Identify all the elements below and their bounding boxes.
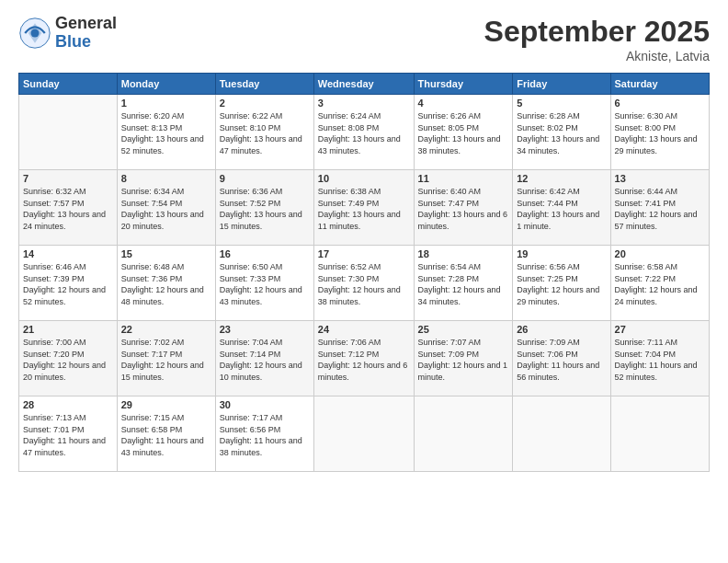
- day-number: 10: [318, 173, 410, 184]
- weekday-header: Sunday: [19, 74, 118, 95]
- month-title: September 2025: [484, 15, 710, 49]
- logo-text: General Blue: [55, 15, 117, 52]
- calendar-week-row: 14Sunrise: 6:46 AM Sunset: 7:39 PM Dayli…: [19, 246, 710, 321]
- day-number: 28: [23, 399, 113, 410]
- day-number: 6: [615, 98, 705, 109]
- calendar-cell: 1Sunrise: 6:20 AM Sunset: 8:13 PM Daylig…: [117, 95, 215, 170]
- day-number: 19: [517, 248, 606, 259]
- day-number: 22: [121, 324, 211, 335]
- day-info: Sunrise: 6:36 AM Sunset: 7:52 PM Dayligh…: [220, 186, 310, 232]
- calendar-cell: 30Sunrise: 7:17 AM Sunset: 6:56 PM Dayli…: [215, 396, 313, 472]
- day-number: 20: [615, 248, 705, 259]
- calendar-cell: 4Sunrise: 6:26 AM Sunset: 8:05 PM Daylig…: [414, 95, 513, 170]
- title-area: September 2025 Akniste, Latvia: [484, 15, 710, 63]
- calendar-cell: 18Sunrise: 6:54 AM Sunset: 7:28 PM Dayli…: [414, 246, 513, 321]
- calendar-cell: 23Sunrise: 7:04 AM Sunset: 7:14 PM Dayli…: [215, 321, 313, 396]
- calendar-cell: 11Sunrise: 6:40 AM Sunset: 7:47 PM Dayli…: [414, 170, 513, 246]
- day-number: 14: [23, 248, 113, 259]
- calendar-cell: 9Sunrise: 6:36 AM Sunset: 7:52 PM Daylig…: [215, 170, 313, 246]
- weekday-header: Thursday: [414, 74, 513, 95]
- day-info: Sunrise: 6:26 AM Sunset: 8:05 PM Dayligh…: [418, 110, 509, 156]
- day-number: 30: [220, 399, 310, 410]
- calendar-cell: 20Sunrise: 6:58 AM Sunset: 7:22 PM Dayli…: [610, 246, 709, 321]
- day-number: 21: [23, 324, 113, 335]
- day-info: Sunrise: 6:42 AM Sunset: 7:44 PM Dayligh…: [517, 186, 606, 232]
- calendar-cell: 13Sunrise: 6:44 AM Sunset: 7:41 PM Dayli…: [610, 170, 709, 246]
- day-number: 23: [220, 324, 310, 335]
- day-number: 13: [615, 173, 705, 184]
- day-number: 24: [318, 324, 410, 335]
- calendar-cell: 2Sunrise: 6:22 AM Sunset: 8:10 PM Daylig…: [215, 95, 313, 170]
- day-info: Sunrise: 7:04 AM Sunset: 7:14 PM Dayligh…: [220, 337, 310, 383]
- calendar-cell: 8Sunrise: 6:34 AM Sunset: 7:54 PM Daylig…: [117, 170, 215, 246]
- calendar: SundayMondayTuesdayWednesdayThursdayFrid…: [18, 73, 710, 472]
- calendar-cell: 7Sunrise: 6:32 AM Sunset: 7:57 PM Daylig…: [19, 170, 118, 246]
- weekday-header: Saturday: [610, 74, 709, 95]
- weekday-header: Monday: [117, 74, 215, 95]
- day-number: 11: [418, 173, 509, 184]
- calendar-week-row: 1Sunrise: 6:20 AM Sunset: 8:13 PM Daylig…: [19, 95, 710, 170]
- weekday-header: Tuesday: [215, 74, 313, 95]
- day-number: 2: [220, 98, 310, 109]
- calendar-cell: 16Sunrise: 6:50 AM Sunset: 7:33 PM Dayli…: [215, 246, 313, 321]
- day-number: 25: [418, 324, 509, 335]
- day-info: Sunrise: 6:38 AM Sunset: 7:49 PM Dayligh…: [318, 186, 410, 232]
- day-info: Sunrise: 6:24 AM Sunset: 8:08 PM Dayligh…: [318, 110, 410, 156]
- location: Akniste, Latvia: [484, 49, 710, 63]
- calendar-cell: [313, 396, 414, 472]
- calendar-week-row: 28Sunrise: 7:13 AM Sunset: 7:01 PM Dayli…: [19, 396, 710, 472]
- day-info: Sunrise: 7:06 AM Sunset: 7:12 PM Dayligh…: [318, 337, 410, 383]
- calendar-cell: 19Sunrise: 6:56 AM Sunset: 7:25 PM Dayli…: [513, 246, 610, 321]
- day-info: Sunrise: 6:34 AM Sunset: 7:54 PM Dayligh…: [121, 186, 211, 232]
- day-info: Sunrise: 6:56 AM Sunset: 7:25 PM Dayligh…: [517, 261, 606, 307]
- day-number: 8: [121, 173, 211, 184]
- day-info: Sunrise: 6:46 AM Sunset: 7:39 PM Dayligh…: [23, 261, 113, 307]
- logo-general: General: [55, 15, 117, 33]
- svg-point-1: [31, 29, 40, 37]
- calendar-cell: 22Sunrise: 7:02 AM Sunset: 7:17 PM Dayli…: [117, 321, 215, 396]
- day-info: Sunrise: 6:44 AM Sunset: 7:41 PM Dayligh…: [615, 186, 705, 232]
- day-info: Sunrise: 6:30 AM Sunset: 8:00 PM Dayligh…: [615, 110, 705, 156]
- day-info: Sunrise: 7:17 AM Sunset: 6:56 PM Dayligh…: [220, 412, 310, 458]
- calendar-cell: 26Sunrise: 7:09 AM Sunset: 7:06 PM Dayli…: [513, 321, 610, 396]
- calendar-cell: 25Sunrise: 7:07 AM Sunset: 7:09 PM Dayli…: [414, 321, 513, 396]
- day-number: 3: [318, 98, 410, 109]
- page-header: General Blue September 2025 Akniste, Lat…: [18, 15, 710, 63]
- weekday-header: Wednesday: [313, 74, 414, 95]
- day-info: Sunrise: 7:13 AM Sunset: 7:01 PM Dayligh…: [23, 412, 113, 458]
- day-number: 16: [220, 248, 310, 259]
- calendar-cell: 24Sunrise: 7:06 AM Sunset: 7:12 PM Dayli…: [313, 321, 414, 396]
- calendar-cell: 3Sunrise: 6:24 AM Sunset: 8:08 PM Daylig…: [313, 95, 414, 170]
- day-info: Sunrise: 6:54 AM Sunset: 7:28 PM Dayligh…: [418, 261, 509, 307]
- calendar-cell: 28Sunrise: 7:13 AM Sunset: 7:01 PM Dayli…: [19, 396, 118, 472]
- calendar-cell: [610, 396, 709, 472]
- day-info: Sunrise: 7:09 AM Sunset: 7:06 PM Dayligh…: [517, 337, 606, 383]
- day-number: 27: [615, 324, 705, 335]
- calendar-cell: [19, 95, 118, 170]
- calendar-cell: 17Sunrise: 6:52 AM Sunset: 7:30 PM Dayli…: [313, 246, 414, 321]
- calendar-cell: 15Sunrise: 6:48 AM Sunset: 7:36 PM Dayli…: [117, 246, 215, 321]
- calendar-week-row: 21Sunrise: 7:00 AM Sunset: 7:20 PM Dayli…: [19, 321, 710, 396]
- weekday-header-row: SundayMondayTuesdayWednesdayThursdayFrid…: [19, 74, 710, 95]
- day-number: 12: [517, 173, 606, 184]
- calendar-cell: 14Sunrise: 6:46 AM Sunset: 7:39 PM Dayli…: [19, 246, 118, 321]
- day-number: 1: [121, 98, 211, 109]
- day-number: 4: [418, 98, 509, 109]
- day-number: 18: [418, 248, 509, 259]
- calendar-cell: 29Sunrise: 7:15 AM Sunset: 6:58 PM Dayli…: [117, 396, 215, 472]
- day-info: Sunrise: 6:52 AM Sunset: 7:30 PM Dayligh…: [318, 261, 410, 307]
- day-number: 29: [121, 399, 211, 410]
- day-info: Sunrise: 6:22 AM Sunset: 8:10 PM Dayligh…: [220, 110, 310, 156]
- day-info: Sunrise: 6:48 AM Sunset: 7:36 PM Dayligh…: [121, 261, 211, 307]
- logo-blue: Blue: [55, 33, 117, 52]
- calendar-cell: 10Sunrise: 6:38 AM Sunset: 7:49 PM Dayli…: [313, 170, 414, 246]
- calendar-cell: 21Sunrise: 7:00 AM Sunset: 7:20 PM Dayli…: [19, 321, 118, 396]
- day-info: Sunrise: 7:00 AM Sunset: 7:20 PM Dayligh…: [23, 337, 113, 383]
- day-number: 26: [517, 324, 606, 335]
- day-info: Sunrise: 6:50 AM Sunset: 7:33 PM Dayligh…: [220, 261, 310, 307]
- day-number: 7: [23, 173, 113, 184]
- logo-icon: [18, 17, 51, 50]
- calendar-cell: 6Sunrise: 6:30 AM Sunset: 8:00 PM Daylig…: [610, 95, 709, 170]
- day-number: 17: [318, 248, 410, 259]
- calendar-cell: [513, 396, 610, 472]
